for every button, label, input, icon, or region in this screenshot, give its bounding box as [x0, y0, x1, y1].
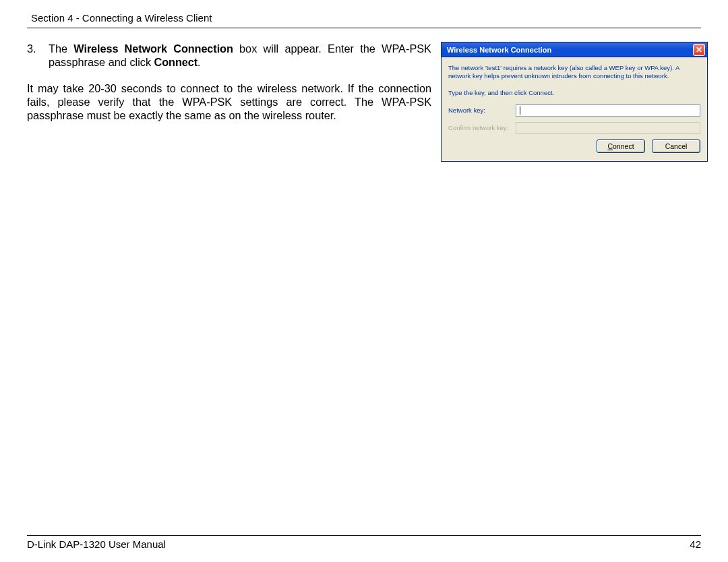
network-key-input[interactable] — [516, 104, 700, 117]
step-bold-2: Connect — [154, 56, 198, 68]
cancel-button[interactable]: Cancel — [652, 139, 700, 153]
dialog-button-row: Connect Cancel — [448, 139, 700, 153]
dialog-body: The network 'test1' requires a network k… — [442, 57, 707, 161]
connect-underline: C — [607, 142, 613, 150]
footer-left: D-Link DAP-1320 User Manual — [27, 538, 166, 550]
wireless-connection-dialog: Wireless Network Connection ✕ The networ… — [441, 42, 708, 162]
text-cursor — [520, 106, 520, 115]
dialog-instruction: Type the key, and then click Connect. — [448, 89, 700, 96]
cancel-label: Cancel — [665, 142, 688, 150]
step-bold-1: Wireless Network Connection — [73, 42, 233, 55]
close-icon: ✕ — [696, 45, 702, 55]
dialog-column: Wireless Network Connection ✕ The networ… — [441, 42, 708, 162]
confirm-key-label: Confirm network key: — [448, 124, 516, 131]
text-column: 3. The Wireless Network Connection box w… — [27, 42, 431, 123]
paragraph-2: It may take 20-30 seconds to connect to … — [27, 82, 431, 123]
dialog-intro-text: The network 'test1' requires a network k… — [448, 64, 700, 81]
divider-bottom — [27, 535, 701, 536]
dialog-title: Wireless Network Connection — [447, 46, 693, 54]
step-number: 3. — [27, 42, 43, 69]
network-key-label: Network key: — [448, 106, 516, 114]
step-text-3: . — [198, 56, 201, 68]
section-header: Section 4 - Connecting a Wireless Client — [27, 12, 701, 28]
divider-top — [27, 28, 701, 28]
confirm-key-input — [516, 122, 700, 134]
footer-page-number: 42 — [690, 538, 701, 550]
page-footer: D-Link DAP-1320 User Manual 42 — [27, 535, 701, 550]
dialog-titlebar: Wireless Network Connection ✕ — [442, 42, 707, 57]
step-text-1: The — [49, 42, 73, 55]
content-row: 3. The Wireless Network Connection box w… — [27, 42, 701, 162]
step-3: 3. The Wireless Network Connection box w… — [27, 42, 431, 69]
step-body: The Wireless Network Connection box will… — [49, 42, 431, 69]
connect-rest: onnect — [613, 142, 634, 150]
connect-button[interactable]: Connect — [597, 139, 645, 153]
confirm-key-row: Confirm network key: — [448, 122, 700, 134]
network-key-row: Network key: — [448, 104, 700, 117]
close-button[interactable]: ✕ — [693, 44, 705, 56]
